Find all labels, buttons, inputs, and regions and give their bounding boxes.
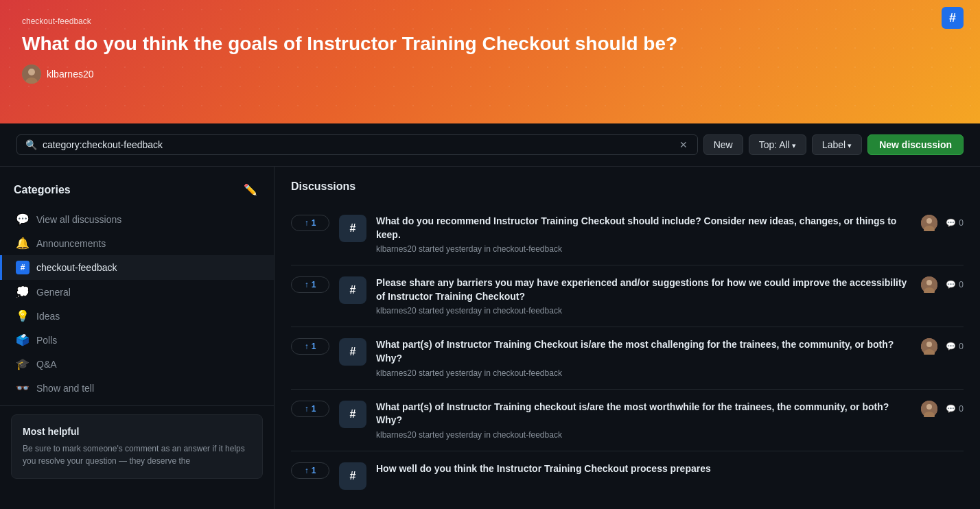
qna-icon: 🎓 <box>16 357 30 370</box>
vote-badge: ↑ 1 <box>291 401 329 417</box>
discussion-meta: klbarnes20 started yesterday in checkout… <box>376 244 911 254</box>
table-row[interactable]: ↑ 1 # What part(s) of Instructor Trainin… <box>291 390 964 451</box>
upvote-arrow-icon: ↑ <box>305 218 309 228</box>
discussion-content: What do you recommend Instructor Trainin… <box>376 215 911 254</box>
comment-icon: 💬 <box>946 280 956 289</box>
sidebar-item-qna[interactable]: 🎓 Q&A <box>0 352 274 376</box>
table-row[interactable]: ↑ 1 # What do you recommend Instructor T… <box>291 204 964 265</box>
sidebar-item-checkout-feedback[interactable]: # checkout-feedback <box>0 255 274 280</box>
svg-point-7 <box>926 280 932 285</box>
hero-banner: # checkout-feedback What do you think th… <box>0 0 980 123</box>
comment-count: 💬 0 <box>946 404 964 414</box>
comment-count: 💬 0 <box>946 342 964 351</box>
most-helpful-title: Most helpful <box>23 426 251 437</box>
category-icon: # <box>339 401 366 428</box>
most-helpful-box: Most helpful Be sure to mark someone's c… <box>11 414 263 479</box>
discussion-time: yesterday <box>446 244 482 254</box>
new-discussion-button[interactable]: New discussion <box>867 134 964 155</box>
hero-title: What do you think the goals of Instructo… <box>22 33 958 55</box>
hero-avatar <box>22 64 41 84</box>
discussion-in-label: in <box>484 430 493 440</box>
sidebar-header: Categories ✏️ <box>0 180 274 207</box>
comment-icon: 💬 <box>946 342 956 351</box>
discussion-title: Please share any barriers you may have e… <box>376 276 911 303</box>
discussion-time: yesterday <box>446 368 482 378</box>
discussion-category: checkout-feedback <box>493 244 562 254</box>
view-all-icon: 💬 <box>16 213 30 226</box>
label-button[interactable]: Label <box>812 134 862 155</box>
upvote-arrow-icon: ↑ <box>305 342 309 351</box>
discussion-time-label: started <box>419 306 446 316</box>
search-icon: 🔍 <box>25 139 37 150</box>
table-row[interactable]: ↑ 1 # How well do you think the Instruct… <box>291 451 964 501</box>
category-icon: # <box>339 338 366 366</box>
sidebar: Categories ✏️ 💬 View all discussions 🔔 A… <box>0 167 275 509</box>
upvote-arrow-icon: ↑ <box>305 466 309 475</box>
polls-icon: 🗳️ <box>16 333 30 346</box>
discussion-right: 💬 0 <box>921 215 964 231</box>
sidebar-item-label: checkout-feedback <box>36 262 117 273</box>
sidebar-item-show-and-tell[interactable]: 👓 Show and tell <box>0 376 274 400</box>
sidebar-item-label: Show and tell <box>36 383 94 394</box>
search-box: 🔍 ✕ <box>16 134 698 155</box>
comment-count: 💬 0 <box>946 280 964 289</box>
sidebar-item-label: Polls <box>36 335 57 346</box>
most-helpful-text: Be sure to mark someone's comment as an … <box>23 442 251 467</box>
sidebar-item-announcements[interactable]: 🔔 Announcements <box>0 231 274 255</box>
upvote-arrow-icon: ↑ <box>305 404 309 414</box>
discussion-author: klbarnes20 <box>376 430 417 440</box>
discussion-time: yesterday <box>446 306 482 316</box>
vote-count: 1 <box>312 466 316 475</box>
discussion-meta: klbarnes20 started yesterday in checkout… <box>376 430 911 440</box>
vote-count: 1 <box>312 280 316 289</box>
discussion-time-label: started <box>419 430 446 440</box>
discussion-title: How well do you think the Instructor Tra… <box>376 462 964 476</box>
new-button[interactable]: New <box>703 134 743 155</box>
discussion-time: yesterday <box>446 430 482 440</box>
discussions-header: Discussions <box>291 180 964 193</box>
sidebar-item-view-all[interactable]: 💬 View all discussions <box>0 207 274 231</box>
sidebar-title: Categories <box>14 184 71 196</box>
vote-count: 1 <box>312 404 316 414</box>
sidebar-item-label: General <box>36 287 71 298</box>
table-row[interactable]: ↑ 1 # What part(s) of Instructor Trainin… <box>291 327 964 389</box>
discussion-author: klbarnes20 <box>376 368 417 378</box>
category-icon: # <box>339 462 366 490</box>
discussion-in-label: in <box>484 306 493 316</box>
sidebar-item-ideas[interactable]: 💡 Ideas <box>0 304 274 328</box>
sidebar-item-general[interactable]: 💭 General <box>0 280 274 304</box>
sidebar-item-label: Ideas <box>36 311 60 322</box>
comment-number: 0 <box>959 404 964 414</box>
svg-point-13 <box>926 404 932 410</box>
comment-number: 0 <box>959 342 964 351</box>
toolbar: 🔍 ✕ New Top: All Label New discussion <box>0 123 980 167</box>
discussions-panel: Discussions ↑ 1 # What do you recommend … <box>275 167 980 509</box>
upvote-arrow-icon: ↑ <box>305 280 309 289</box>
sidebar-item-polls[interactable]: 🗳️ Polls <box>0 328 274 352</box>
hero-category-tag: checkout-feedback <box>22 16 958 26</box>
svg-point-1 <box>28 69 35 75</box>
table-row[interactable]: ↑ 1 # Please share any barriers you may … <box>291 265 964 327</box>
comment-number: 0 <box>959 218 964 228</box>
discussion-category: checkout-feedback <box>493 306 562 316</box>
comment-count: 💬 0 <box>946 218 964 228</box>
sidebar-edit-button[interactable]: ✏️ <box>241 180 260 199</box>
discussion-content: What part(s) of Instructor Training chec… <box>376 401 911 440</box>
comment-icon: 💬 <box>946 218 956 228</box>
top-all-button[interactable]: Top: All <box>749 134 806 155</box>
svg-point-4 <box>926 218 932 224</box>
discussion-title: What part(s) of Instructor Training Chec… <box>376 338 911 365</box>
sidebar-divider <box>0 405 274 406</box>
svg-point-10 <box>926 342 932 347</box>
discussion-content: Please share any barriers you may have e… <box>376 276 911 316</box>
discussion-right: 💬 0 <box>921 401 964 417</box>
discussion-meta: klbarnes20 started yesterday in checkout… <box>376 306 911 316</box>
clear-search-button[interactable]: ✕ <box>678 139 689 150</box>
avatar <box>921 276 937 293</box>
checkout-feedback-icon: # <box>16 261 30 274</box>
vote-count: 1 <box>312 342 316 351</box>
discussion-content: What part(s) of Instructor Training Chec… <box>376 338 911 377</box>
avatar <box>921 338 937 355</box>
vote-badge: ↑ 1 <box>291 338 329 355</box>
search-input[interactable] <box>43 139 673 150</box>
